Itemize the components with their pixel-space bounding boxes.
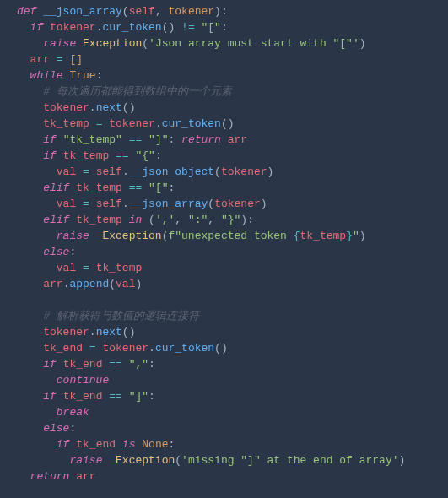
code-line: raise Exception('Json array must start w… bbox=[17, 35, 448, 51]
code-line: raise Exception('missing "]" at the end … bbox=[17, 452, 448, 468]
code-line: if tk_end == "]": bbox=[17, 388, 448, 404]
code-line: def __json_array(self, tokener): bbox=[17, 3, 448, 19]
code-line: val = self.__json_object(tokener) bbox=[17, 164, 448, 180]
code-line: tk_temp = tokener.cur_token() bbox=[17, 116, 448, 132]
code-line: if tk_end == ",": bbox=[17, 356, 448, 372]
code-line: # 解析获得与数值的逻辑连接符 bbox=[17, 308, 448, 324]
code-line: tokener.next() bbox=[17, 100, 448, 116]
code-line bbox=[17, 292, 448, 308]
code-line: if tokener.cur_token() != "[": bbox=[17, 19, 448, 35]
code-line: if "tk_temp" == "]": return arr bbox=[17, 132, 448, 148]
code-line: raise Exception(f"unexpected token {tk_t… bbox=[17, 228, 448, 244]
code-line: continue bbox=[17, 372, 448, 388]
code-line: arr = [] bbox=[17, 51, 448, 68]
code-line: else: bbox=[17, 420, 448, 436]
code-line: elif tk_temp in (',', ":", "}"): bbox=[17, 212, 448, 228]
code-line: val = tk_temp bbox=[17, 260, 448, 276]
code-line: val = self.__json_array(tokener) bbox=[17, 196, 448, 212]
code-line: arr.append(val) bbox=[17, 276, 448, 292]
code-line: tokener.next() bbox=[17, 324, 448, 340]
code-line: if tk_temp == "{": bbox=[17, 148, 448, 164]
code-line: break bbox=[17, 404, 448, 420]
code-line: tk_end = tokener.cur_token() bbox=[17, 340, 448, 356]
code-line: if tk_end is None: bbox=[17, 436, 448, 452]
code-line: elif tk_temp == "[": bbox=[17, 180, 448, 196]
code-line: while True: bbox=[17, 68, 448, 84]
code-line: return arr bbox=[17, 468, 448, 484]
code-line: else: bbox=[17, 244, 448, 260]
code-line: # 每次遍历都能得到数组中的一个元素 bbox=[17, 84, 448, 100]
code-editor[interactable]: def __json_array(self, tokener): if toke… bbox=[0, 3, 448, 484]
